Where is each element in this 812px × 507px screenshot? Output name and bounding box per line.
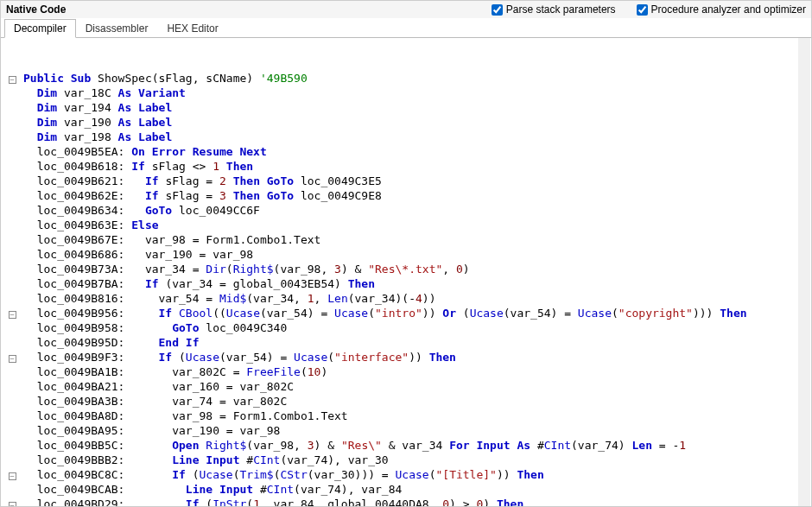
code-content: loc_0049B686: var_190 = var_98 [23, 247, 811, 262]
code-content: loc_0049BB5C: Open Right$(var_98, 3) & "… [23, 438, 811, 453]
code-line: loc_0049B618: If sFlag <> 1 Then [1, 159, 811, 174]
vertical-scrollbar[interactable] [798, 38, 810, 506]
code-line: loc_0049B958: GoTo loc_0049C340 [1, 320, 811, 335]
fold-gutter [1, 364, 23, 379]
code-line: loc_0049B5EA: On Error Resume Next [1, 144, 811, 159]
code-viewer[interactable]: −Public Sub ShowSpec(sFlag, sCName) '49B… [1, 38, 811, 506]
fold-toggle-icon[interactable]: − [9, 355, 16, 363]
fold-gutter[interactable]: − [1, 497, 23, 506]
tab-decompiler[interactable]: Decompiler [4, 19, 76, 38]
code-line: loc_0049BCAB: Line Input #CInt(var_74), … [1, 482, 811, 497]
code-line: loc_0049BA1B: var_802C = FreeFile(10) [1, 364, 811, 379]
fold-gutter [1, 86, 23, 100]
fold-gutter [1, 482, 23, 497]
code-content: loc_0049BA21: var_160 = var_802C [23, 379, 811, 394]
code-content: loc_0049B7BA: If (var_34 = global_0043EB… [23, 276, 811, 291]
fold-toggle-icon[interactable]: − [9, 76, 16, 84]
code-line: − loc_0049BD29: If (InStr(1, var_84, glo… [1, 497, 811, 506]
code-line: loc_0049BA21: var_160 = var_802C [1, 379, 811, 394]
code-content: loc_0049BA1B: var_802C = FreeFile(10) [23, 364, 811, 379]
code-content: loc_0049B958: GoTo loc_0049C340 [23, 320, 811, 335]
fold-gutter[interactable]: − [1, 467, 23, 482]
code-content: loc_0049BA8D: var_98 = Form1.Combo1.Text [23, 409, 811, 423]
code-content: Dim var_190 As Label [23, 115, 811, 130]
code-content: loc_0049B67E: var_98 = Form1.Combo1.Text [23, 232, 811, 247]
fold-gutter [1, 232, 23, 247]
code-content: Dim var_194 As Label [23, 100, 811, 115]
code-line: loc_0049BB5C: Open Right$(var_98, 3) & "… [1, 438, 811, 453]
header-title: Native Code [6, 3, 66, 16]
code-content: loc_0049BC8C: If (Ucase(Trim$(CStr(var_3… [23, 467, 811, 482]
code-line: loc_0049B634: GoTo loc_0049CC6F [1, 203, 811, 218]
fold-toggle-icon[interactable]: − [9, 311, 16, 319]
fold-gutter [1, 262, 23, 276]
code-line: Dim var_194 As Label [1, 100, 811, 115]
fold-gutter [1, 218, 23, 232]
code-content: loc_0049BD29: If (InStr(1, var_84, globa… [23, 497, 811, 506]
tab-disassembler[interactable]: Disassembler [76, 19, 158, 38]
code-content: Public Sub ShowSpec(sFlag, sCName) '49B5… [23, 71, 811, 86]
checkbox-parse-stack[interactable]: Parse stack parameters [492, 3, 616, 16]
code-line: −Public Sub ShowSpec(sFlag, sCName) '49B… [1, 71, 811, 86]
checkbox-parse-stack-label: Parse stack parameters [506, 3, 616, 16]
fold-gutter [1, 291, 23, 306]
fold-gutter [1, 188, 23, 203]
code-content: loc_0049BCAB: Line Input #CInt(var_74), … [23, 482, 811, 497]
code-line: loc_0049B7BA: If (var_34 = global_0043EB… [1, 276, 811, 291]
code-line: loc_0049BBB2: Line Input #CInt(var_74), … [1, 453, 811, 467]
code-line: loc_0049B686: var_190 = var_98 [1, 247, 811, 262]
code-line: − loc_0049BC8C: If (Ucase(Trim$(CStr(var… [1, 467, 811, 482]
code-line: loc_0049BA3B: var_74 = var_802C [1, 394, 811, 409]
fold-gutter [1, 159, 23, 174]
code-line: loc_0049B62E: If sFlag = 3 Then GoTo loc… [1, 188, 811, 203]
code-content: loc_0049B621: If sFlag = 2 Then GoTo loc… [23, 174, 811, 188]
code-content: loc_0049B956: If CBool((Ucase(var_54) = … [23, 306, 811, 320]
fold-gutter [1, 379, 23, 394]
code-line: loc_0049B73A: var_34 = Dir(Right$(var_98… [1, 262, 811, 276]
fold-gutter [1, 453, 23, 467]
code-content: loc_0049B9F3: If (Ucase(var_54) = Ucase(… [23, 350, 811, 364]
fold-gutter [1, 115, 23, 130]
code-content: Dim var_198 As Label [23, 130, 811, 144]
fold-gutter [1, 335, 23, 350]
fold-gutter[interactable]: − [1, 350, 23, 364]
code-content: loc_0049BA3B: var_74 = var_802C [23, 394, 811, 409]
fold-gutter [1, 409, 23, 423]
fold-gutter [1, 203, 23, 218]
fold-gutter[interactable]: − [1, 71, 23, 86]
header-bar: Native Code Parse stack parameters Proce… [1, 1, 811, 18]
code-content: loc_0049B63E: Else [23, 218, 811, 232]
code-line: − loc_0049B9F3: If (Ucase(var_54) = Ucas… [1, 350, 811, 364]
code-line: Dim var_190 As Label [1, 115, 811, 130]
code-line: loc_0049B63E: Else [1, 218, 811, 232]
decompiler-window: Native Code Parse stack parameters Proce… [0, 0, 812, 507]
fold-gutter [1, 438, 23, 453]
code-content: loc_0049B618: If sFlag <> 1 Then [23, 159, 811, 174]
code-content: loc_0049B73A: var_34 = Dir(Right$(var_98… [23, 262, 811, 276]
fold-gutter [1, 100, 23, 115]
fold-gutter[interactable]: − [1, 306, 23, 320]
code-content: Dim var_18C As Variant [23, 86, 811, 100]
fold-gutter [1, 130, 23, 144]
checkbox-proc-analyzer-input[interactable] [637, 4, 648, 16]
code-content: loc_0049B816: var_54 = Mid$(var_34, 1, L… [23, 291, 811, 306]
code-line: loc_0049BA8D: var_98 = Form1.Combo1.Text [1, 409, 811, 423]
code-line: loc_0049B816: var_54 = Mid$(var_34, 1, L… [1, 291, 811, 306]
checkbox-proc-analyzer-label: Procedure analyzer and optimizer [651, 3, 806, 16]
fold-toggle-icon[interactable]: − [9, 502, 16, 506]
fold-gutter [1, 174, 23, 188]
fold-toggle-icon[interactable]: − [9, 472, 16, 480]
code-content: loc_0049B95D: End If [23, 335, 811, 350]
code-content: loc_0049B5EA: On Error Resume Next [23, 144, 811, 159]
fold-gutter [1, 423, 23, 438]
checkbox-proc-analyzer[interactable]: Procedure analyzer and optimizer [637, 3, 806, 16]
tab-bar: Decompiler Disassembler HEX Editor [1, 18, 811, 38]
fold-gutter [1, 394, 23, 409]
checkbox-parse-stack-input[interactable] [492, 4, 503, 16]
tab-hex-editor[interactable]: HEX Editor [157, 19, 227, 38]
code-line: loc_0049BA95: var_190 = var_98 [1, 423, 811, 438]
code-line: − loc_0049B956: If CBool((Ucase(var_54) … [1, 306, 811, 320]
code-line: loc_0049B67E: var_98 = Form1.Combo1.Text [1, 232, 811, 247]
code-line: loc_0049B621: If sFlag = 2 Then GoTo loc… [1, 174, 811, 188]
code-content: loc_0049BBB2: Line Input #CInt(var_74), … [23, 453, 811, 467]
